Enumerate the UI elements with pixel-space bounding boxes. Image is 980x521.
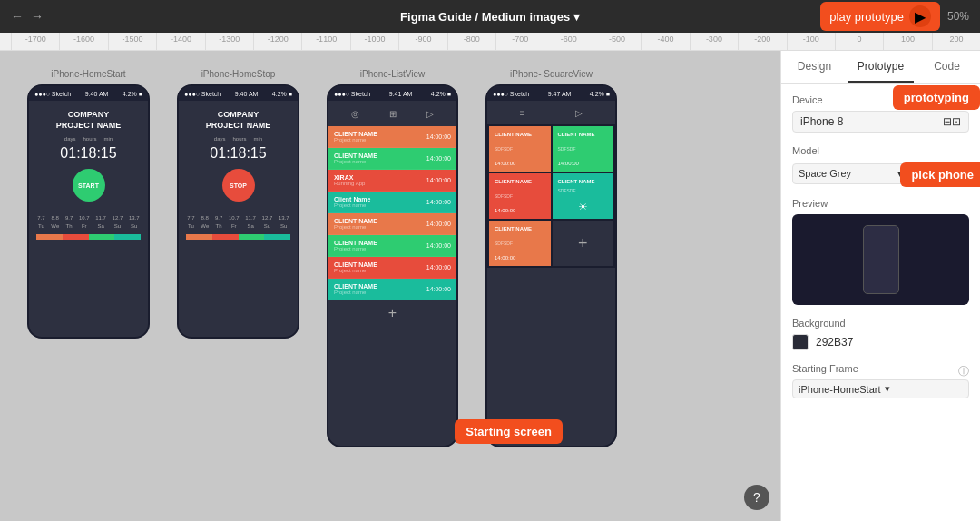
ruler-tick: -1100: [301, 33, 349, 51]
ruler-tick: -300: [690, 33, 738, 51]
phone-homestart-status: ●●●○ Sketch9:40 AM4.2% ■: [29, 86, 148, 101]
phone-homestop[interactable]: ●●●○ Sketch9:40 AM4.2% ■ COMPANYPROJECT …: [177, 84, 299, 339]
list-header-icon3: ▷: [426, 109, 434, 119]
phone-listview[interactable]: ●●●○ Sketch9:41 AM4.2% ■ ◎ ⊞ ▷ CLIENT NA…: [327, 84, 458, 447]
model-chevron: ▾: [897, 168, 903, 180]
device-section: Device iPhone 8 ⊟⊡: [792, 94, 969, 133]
list-item[interactable]: CLIENT NAMEProject name 14:00:00: [328, 279, 456, 300]
homestop-calendar: 7.7Tu 8.8We 9.7Th 10.7Fr 11.7Sa 12.7Su 1…: [186, 214, 290, 231]
list-item[interactable]: CLIENT NAMEProject name 14:00:00: [328, 235, 456, 257]
frame-squareview[interactable]: iPhone- SquareView ●●●○ Sketch9:47 AM4.2…: [485, 69, 617, 447]
back-icon[interactable]: ←: [11, 9, 24, 24]
model-value: Space Grey: [799, 168, 851, 179]
sq-cell[interactable]: CLIENT NAME SDFSDF 14:00:00: [489, 173, 551, 219]
sq-cell[interactable]: CLIENT NAME SDFSDF ☀: [553, 173, 614, 219]
breadcrumb-sep: /: [475, 10, 478, 24]
list-item[interactable]: CLIENT NAMEProject name 14:00:00: [328, 213, 456, 235]
breadcrumb: Figma Guide / Medium images ▾: [400, 10, 580, 24]
topbar-left: ← →: [11, 9, 44, 24]
ruler-tick: -1200: [253, 33, 301, 51]
preview-phone-image: [863, 225, 899, 294]
list-add-button[interactable]: +: [328, 300, 456, 326]
sq-cell-add[interactable]: +: [553, 221, 614, 266]
tab-code[interactable]: Code: [914, 51, 980, 83]
list-item[interactable]: CLIENT NAMEProject name 14:00:00: [328, 126, 456, 148]
play-prototype-label: play prototype: [829, 10, 904, 24]
bg-color-swatch[interactable]: [792, 334, 808, 350]
starting-frame-section: Starting Frame ⓘ iPhone-HomeStart ▾: [792, 363, 969, 398]
portrait-button[interactable]: ▯: [915, 162, 940, 185]
frame-homestop[interactable]: iPhone-HomeStop ●●●○ Sketch9:40 AM4.2% ■…: [177, 69, 299, 339]
help-icon: ?: [753, 490, 760, 505]
device-select-icons: ⊟⊡: [943, 115, 961, 128]
sq-cell[interactable]: CLIENT NAME SDFSDF 14:00:00: [553, 126, 614, 172]
ruler-tick: 0: [835, 33, 883, 51]
ruler-tick: -900: [398, 33, 446, 51]
list-header: ◎ ⊞ ▷: [328, 101, 456, 126]
list-item[interactable]: Client NameProject name 14:00:00: [328, 192, 456, 213]
tab-design[interactable]: Design: [781, 51, 848, 83]
model-row: Space Grey ▾ ▯ ▭: [792, 162, 969, 185]
phone-listview-status: ●●●○ Sketch9:41 AM4.2% ■: [328, 86, 456, 101]
frame-homestop-label: iPhone-HomeStop: [201, 69, 276, 79]
list-item[interactable]: XIRAXRunning App 14:00:00: [328, 170, 456, 192]
zoom-level[interactable]: 50%: [947, 10, 969, 23]
project-title[interactable]: Medium images: [482, 10, 571, 24]
preview-section-title: Preview: [792, 198, 969, 209]
ruler-tick: -800: [447, 33, 495, 51]
bg-hex-value[interactable]: 292B37: [816, 336, 853, 349]
list-item[interactable]: CLIENT NAMEProject name 14:00:00: [328, 257, 456, 279]
frame-homestart[interactable]: iPhone-HomeStart ●●●○ Sketch9:40 AM4.2% …: [27, 69, 150, 339]
sq-cell[interactable]: CLIENT NAME SDFSDF 14:00:00: [489, 126, 551, 172]
help-button[interactable]: ?: [744, 485, 769, 510]
play-prototype-button[interactable]: play prototype ▶: [820, 2, 940, 31]
ruler-tick: -400: [641, 33, 689, 51]
ruler-tick: -1000: [350, 33, 398, 51]
ruler-tick: -1600: [59, 33, 107, 51]
starting-frame-info-icon[interactable]: ⓘ: [958, 364, 969, 379]
sq-cell[interactable]: CLIENT NAME SDFSDF 14:00:00: [489, 221, 551, 266]
homestop-title: COMPANYPROJECT NAME: [206, 110, 271, 131]
preview-box: [792, 214, 969, 305]
model-section: Model Space Grey ▾ ▯ ▭: [792, 145, 969, 185]
homestop-timer: 01:18:15: [210, 145, 266, 162]
ruler-inner: -1700 -1600 -1500 -1400 -1300 -1200 -110…: [11, 33, 980, 51]
ruler-tick: 200: [932, 33, 980, 51]
starting-frame-value[interactable]: iPhone-HomeStart ▾: [792, 379, 969, 398]
start-button[interactable]: START: [73, 169, 105, 202]
model-select[interactable]: Space Grey ▾: [792, 163, 909, 184]
ruler-tick: -100: [787, 33, 835, 51]
background-section: Background 292B37: [792, 318, 969, 350]
background-section-title: Background: [792, 318, 969, 329]
tab-prototype[interactable]: Prototype: [848, 51, 914, 83]
landscape-button[interactable]: ▭: [944, 162, 969, 185]
ruler-tick: 100: [883, 33, 931, 51]
ruler-tick: -500: [593, 33, 641, 51]
ruler-tick: -1400: [156, 33, 204, 51]
forward-icon[interactable]: →: [31, 9, 44, 24]
frame-listview[interactable]: iPhone-ListView ●●●○ Sketch9:41 AM4.2% ■…: [327, 69, 458, 447]
ruler-tick: -700: [495, 33, 544, 51]
sq-header-icon1: ≡: [520, 108, 525, 118]
homestop-stats: dayshoursmin: [214, 136, 262, 142]
phone-squareview[interactable]: ●●●○ Sketch9:47 AM4.2% ■ ≡ ▷ CLIENT NAME…: [485, 84, 617, 447]
sq-header: ≡ ▷: [487, 101, 615, 124]
panel-body: Device iPhone 8 ⊟⊡ Model Space Grey ▾ ▯ …: [781, 84, 980, 521]
stop-button[interactable]: STOP: [222, 169, 255, 202]
device-value: iPhone 8: [800, 115, 843, 128]
homestop-bars: [186, 234, 290, 240]
sq-header-icon2: ▷: [575, 108, 583, 118]
canvas[interactable]: It iPhone-HomeStart ●●●○ Sketch9:40 AM4.…: [0, 51, 780, 521]
device-select[interactable]: iPhone 8 ⊟⊡: [792, 111, 969, 133]
homestart-stats: dayshoursmin: [64, 136, 113, 142]
ruler-tick: -1500: [108, 33, 156, 51]
model-section-title: Model: [792, 145, 969, 156]
bg-color-row: 292B37: [792, 334, 969, 350]
homestart-calendar: 7.7Tu 8.8We 9.7Th 10.7Fr 11.7Sa 12.7Su 1…: [36, 214, 141, 231]
dropdown-arrow[interactable]: ▾: [573, 10, 580, 24]
panel-tabs: Design Prototype Code: [781, 51, 980, 84]
play-circle-icon: ▶: [909, 5, 931, 27]
topbar: ← → Figma Guide / Medium images ▾ play p…: [0, 0, 980, 33]
list-item[interactable]: CLIENT NAMEProject name 14:00:00: [328, 148, 456, 170]
phone-homestart[interactable]: ●●●○ Sketch9:40 AM4.2% ■ COMPANYPROJECT …: [27, 84, 150, 339]
